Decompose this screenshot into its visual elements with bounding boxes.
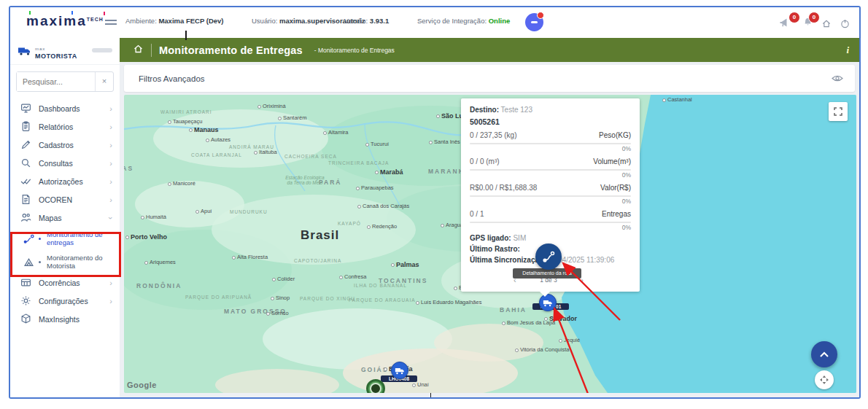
route-detail-button[interactable]	[535, 244, 562, 270]
scroll-top-fab[interactable]	[811, 341, 837, 367]
map-label: ILHA DO BANANAL	[354, 283, 407, 288]
main-content: Monitoramento de Entregas - Monitorament…	[120, 38, 859, 397]
sidebar: maxMOTORISTA × Dashboards› Relatórios› C…	[10, 38, 120, 397]
eye-icon[interactable]	[832, 72, 843, 85]
notifications-badge: 0	[808, 12, 820, 23]
page-breadcrumb: - Monitoramento de Entregas	[314, 47, 395, 54]
progress-bar	[470, 222, 631, 223]
order-code: 5005261	[470, 117, 631, 126]
map-label: Tucuruí	[365, 141, 389, 147]
hamburger-menu-icon[interactable]	[105, 17, 117, 27]
brand-suffix: TECH	[87, 17, 104, 22]
map-label: Altamira	[323, 129, 349, 136]
cluster-marker[interactable]	[366, 379, 385, 393]
map-label: Porto Velho	[125, 233, 167, 241]
map-label: AMAZONAS	[124, 165, 133, 172]
sidebar-item-monitoramento-entregas[interactable]: Monitoramento de entregas	[10, 227, 120, 250]
map-label: Oriximiná	[257, 103, 286, 109]
map-canvas[interactable]: AMAZONASRONDÔNIAPARÁMARANHÃOTOCANTINSMAT…	[124, 95, 856, 393]
sidebar-item-dashboards[interactable]: Dashboards›	[10, 99, 120, 117]
sidebar-search: ×	[16, 71, 114, 92]
map-label: RONDÔNIA	[136, 282, 182, 289]
progress-bar	[470, 143, 631, 144]
fullscreen-icon	[833, 106, 843, 117]
chevron-up-icon	[819, 351, 829, 358]
sidebar-item-maxinsights[interactable]: MaxInsights	[10, 310, 120, 328]
sidebar-item-monitoramento-motorista[interactable]: Monitoramento do Motorista	[10, 250, 120, 273]
sidebar-item-ocorrencias[interactable]: Ocorrências›	[10, 273, 120, 292]
versao-field: Versão: 3.93.1	[344, 17, 389, 25]
gps-row: GPS ligado: SIM	[470, 234, 631, 242]
map-label: Tauapeçaçu	[168, 118, 202, 125]
motorista-logo: maxMOTORISTA	[10, 38, 120, 65]
map-label: Redenção	[367, 223, 397, 230]
map-label: COATA LARANJAL	[191, 152, 242, 157]
map-label: KAYAPÓ	[338, 221, 361, 226]
sidebar-item-autorizacoes[interactable]: Autorizações›	[10, 172, 120, 190]
map-label: Humaitá	[141, 214, 166, 220]
artifact-tick	[430, 393, 431, 397]
truck-icon	[543, 299, 553, 307]
map-label: Sorriso	[266, 310, 289, 316]
sidebar-item-configuracoes[interactable]: Configurações›	[10, 292, 120, 310]
map-label: PARQUE DO XINGU	[300, 296, 355, 301]
artifact-tick	[185, 31, 187, 40]
map-label: Castanhal	[662, 96, 692, 103]
pan-control-button[interactable]	[815, 370, 834, 389]
search-input[interactable]	[17, 72, 95, 91]
sidebar-item-relatorios[interactable]: Relatórios›	[10, 117, 120, 136]
map-label: PARQUE DO ARAGUAIA	[349, 297, 416, 303]
announcements-badge: 0	[788, 12, 800, 23]
map-label: Confresa	[339, 273, 366, 280]
info-icon[interactable]: i	[846, 44, 849, 56]
chat-icon[interactable]	[525, 13, 543, 31]
filters-panel[interactable]: Filtros Avançados	[124, 65, 855, 92]
sidebar-item-mapas[interactable]: Mapas›	[10, 209, 120, 227]
chevron-right-icon: ›	[109, 278, 112, 287]
search-clear-button[interactable]: ×	[95, 72, 113, 91]
map-label: BAHIA	[500, 306, 527, 313]
sidebar-item-ocoren[interactable]: OCOREN›	[10, 190, 120, 209]
brand-text: maxima	[26, 13, 87, 28]
map-label: Canaã dos Carajás	[357, 203, 409, 209]
sidebar-item-cadastros[interactable]: Cadastros›	[10, 136, 120, 154]
cluster-inner-dot	[370, 383, 381, 393]
sidebar-menu: Dashboards› Relatórios› Cadastros› Consu…	[10, 99, 120, 328]
chevron-right-icon: ›	[109, 159, 112, 168]
map-label: PARQUE DO ARIPUANÃ	[185, 295, 252, 300]
logout-icon[interactable]	[840, 18, 850, 31]
chevron-down-icon: ›	[106, 217, 115, 219]
route-detail-tooltip: Detalhamento da rota	[513, 268, 581, 278]
sidebar-item-consultas[interactable]: Consultas›	[10, 154, 120, 172]
chevron-right-icon: ›	[109, 177, 112, 186]
page-titlebar: Monitoramento de Entregas - Monitorament…	[120, 38, 859, 62]
map-label: Alta Floresta	[232, 254, 268, 260]
map-label: Sinop	[271, 295, 290, 301]
map-label: ANDIRÁ MARAU	[229, 144, 274, 149]
metric-peso: 0 / 237,35 (kg)Peso(KG) 0%	[470, 131, 631, 152]
chevron-right-icon: ›	[109, 195, 112, 204]
map-label: Bom Jesus da Lapa	[502, 319, 555, 326]
metric-valor: R$0.00 / R$1,688.38Valor(R$) 0%	[470, 184, 631, 205]
map-label: Luís Eduardo Magalhães	[416, 299, 481, 305]
truck-icon	[395, 367, 405, 375]
map-label: WAIMIRI ATROARI	[160, 109, 212, 114]
truck-marker-brasilia[interactable]	[391, 362, 408, 379]
submenu-bullet	[39, 238, 41, 240]
map-label: Brasil	[301, 228, 339, 243]
map-label: Santa Inês	[429, 139, 460, 145]
metric-entregas: 0 / 1Entregas 0%	[470, 210, 631, 231]
fullscreen-button[interactable]	[829, 102, 848, 121]
map-label: Palmas	[391, 261, 419, 268]
home-icon[interactable]	[821, 18, 832, 31]
google-logo: Google	[127, 381, 157, 389]
servico-field: Serviço de Integração: Online	[417, 17, 510, 25]
submenu-bullet	[39, 261, 41, 263]
info-card-pointer	[538, 290, 551, 297]
titlebar-home-icon[interactable]	[133, 44, 144, 57]
chat-notification-dot	[537, 12, 544, 19]
map-label: CAPOTO/JARINA	[294, 258, 341, 263]
logo-text: MOTORISTA	[35, 52, 77, 60]
maxima-tech-logo[interactable]: maximaTECH	[26, 13, 104, 29]
map-label: Autazes	[206, 136, 230, 143]
